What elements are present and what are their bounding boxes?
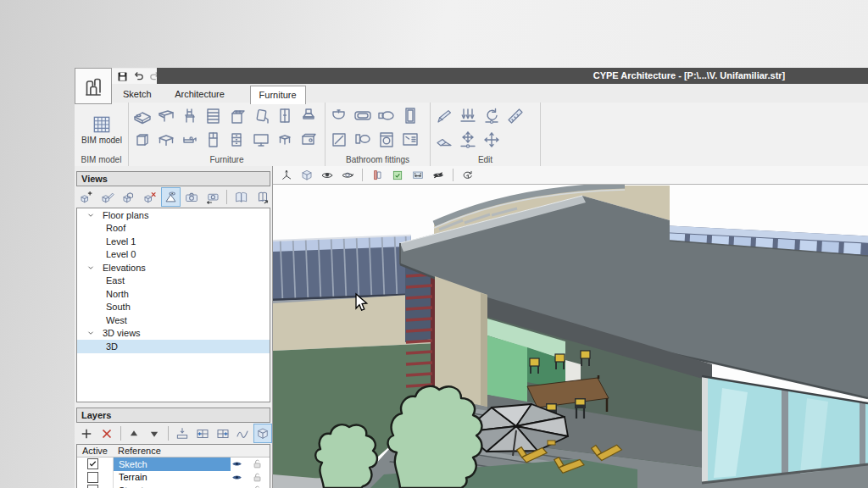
layer-row-street[interactable]: Street (77, 484, 270, 488)
erase-button[interactable] (432, 128, 456, 152)
eye-icon[interactable] (231, 458, 243, 470)
axes-button[interactable] (278, 167, 295, 184)
move-up-button[interactable] (125, 424, 144, 443)
visibility-button[interactable] (430, 167, 447, 184)
toilet-button[interactable] (351, 128, 375, 152)
chevron-down-icon[interactable] (86, 210, 96, 220)
tree-row-elevations[interactable]: Elevations (77, 261, 270, 274)
3d-viewport[interactable] (273, 185, 868, 488)
undo-button[interactable] (131, 69, 145, 83)
restore-view-button[interactable] (203, 187, 223, 207)
move-point-button[interactable] (456, 128, 480, 152)
move-down-button[interactable] (145, 424, 164, 443)
bim-grid-icon (91, 114, 113, 136)
orbit-button[interactable] (319, 167, 336, 184)
washing-machine-button[interactable] (375, 128, 398, 152)
lock-open-icon[interactable] (251, 471, 264, 484)
save-button[interactable] (115, 69, 129, 83)
mirror-button[interactable] (249, 104, 273, 128)
lock-open-icon[interactable] (251, 458, 264, 470)
perspective-button[interactable] (161, 187, 181, 207)
fridge-button[interactable] (202, 128, 225, 152)
table-button[interactable] (154, 128, 178, 152)
insert-left-button[interactable] (193, 424, 212, 443)
fit-curve-button[interactable] (233, 424, 252, 443)
stool-button[interactable] (273, 128, 297, 152)
bench-button[interactable] (178, 128, 202, 152)
eye-icon[interactable] (231, 471, 243, 484)
bim-model-button[interactable]: BIM model (78, 104, 125, 153)
delete-view-button[interactable] (140, 187, 159, 207)
modify-button[interactable] (432, 104, 456, 128)
chest-of-drawers-button[interactable] (225, 128, 249, 152)
3d-cube-button[interactable] (298, 167, 315, 184)
move-button[interactable] (480, 128, 504, 152)
active-checkbox[interactable] (87, 458, 98, 469)
active-checkbox[interactable] (87, 485, 98, 488)
shower-tray-button[interactable] (398, 104, 422, 128)
eye-icon[interactable] (231, 484, 243, 488)
tab-sketch[interactable]: Sketch (114, 86, 160, 103)
section-planes-button[interactable] (369, 167, 386, 184)
turn-button[interactable] (339, 167, 356, 184)
add-layer-button[interactable] (77, 424, 96, 443)
views-library-button[interactable] (231, 187, 251, 207)
viewport-toolbar (273, 166, 868, 185)
new-view-button[interactable] (77, 187, 97, 207)
chair-button[interactable] (178, 104, 202, 128)
layer-row-sketch[interactable]: Sketch (77, 458, 270, 471)
capture-view-button[interactable] (182, 187, 202, 207)
tree-row-west[interactable]: West (77, 313, 270, 327)
tree-row-level-0[interactable]: Level 0 (77, 248, 270, 262)
reference-plane-button[interactable] (389, 167, 406, 184)
chevron-down-icon[interactable] (86, 328, 96, 338)
views-reference-button[interactable] (253, 187, 272, 207)
delete-layer-button[interactable] (97, 424, 116, 443)
group-label-bim-model: BIM model (75, 154, 128, 165)
duplicate-view-button[interactable] (120, 187, 139, 207)
rotate-view-button[interactable] (459, 167, 476, 184)
nightstand-button[interactable] (131, 128, 154, 152)
send-to-layer-button[interactable] (173, 424, 192, 443)
bathtub-button[interactable] (351, 104, 375, 128)
bidet-button[interactable] (375, 104, 398, 128)
rotate-button[interactable] (480, 104, 504, 128)
dimensions-button[interactable] (409, 167, 426, 184)
microwave-button[interactable] (297, 128, 320, 152)
extractor-hood-button[interactable] (297, 104, 320, 128)
shower-button[interactable] (327, 128, 351, 152)
tree-row-3d-views[interactable]: 3D views (77, 327, 270, 341)
app-logo-button[interactable] (75, 68, 112, 104)
move-point-icon (458, 130, 478, 150)
tv-button[interactable] (249, 128, 273, 152)
tree-row-floor-plans[interactable]: Floor plans (77, 208, 270, 222)
lock-open-icon[interactable] (251, 484, 264, 488)
wardrobe-button[interactable] (273, 104, 297, 128)
delete-layer-icon (99, 426, 114, 441)
chevron-down-icon[interactable] (86, 263, 96, 273)
washing-machine-icon (376, 130, 397, 150)
tab-furniture[interactable]: Furniture (250, 86, 306, 104)
active-checkbox[interactable] (87, 472, 98, 483)
copy-button[interactable] (456, 104, 480, 128)
tree-row-south[interactable]: South (77, 301, 270, 314)
tree-row-east[interactable]: East (77, 274, 270, 288)
washbasin-button[interactable] (327, 104, 351, 128)
sink-unit-button[interactable] (398, 128, 422, 152)
desk-button[interactable] (154, 104, 178, 128)
insert-right-button[interactable] (214, 424, 232, 443)
tree-row-roof[interactable]: Roof (77, 222, 270, 236)
measure-button[interactable] (504, 104, 527, 128)
bed-button[interactable] (131, 104, 154, 128)
shelving-button[interactable] (202, 104, 225, 128)
cooker-button[interactable] (225, 104, 249, 128)
tree-item-label: Level 1 (77, 236, 136, 247)
tree-row-level-1[interactable]: Level 1 (77, 235, 270, 248)
3d-view-button[interactable] (253, 424, 272, 443)
tab-architecture[interactable]: Architecture (166, 86, 233, 103)
edit-view-button[interactable] (98, 187, 118, 207)
tree-row-3d[interactable]: 3D (77, 340, 270, 353)
layer-row-terrain[interactable]: Terrain (77, 471, 270, 485)
measure-icon (505, 106, 526, 126)
tree-row-north[interactable]: North (77, 287, 270, 301)
